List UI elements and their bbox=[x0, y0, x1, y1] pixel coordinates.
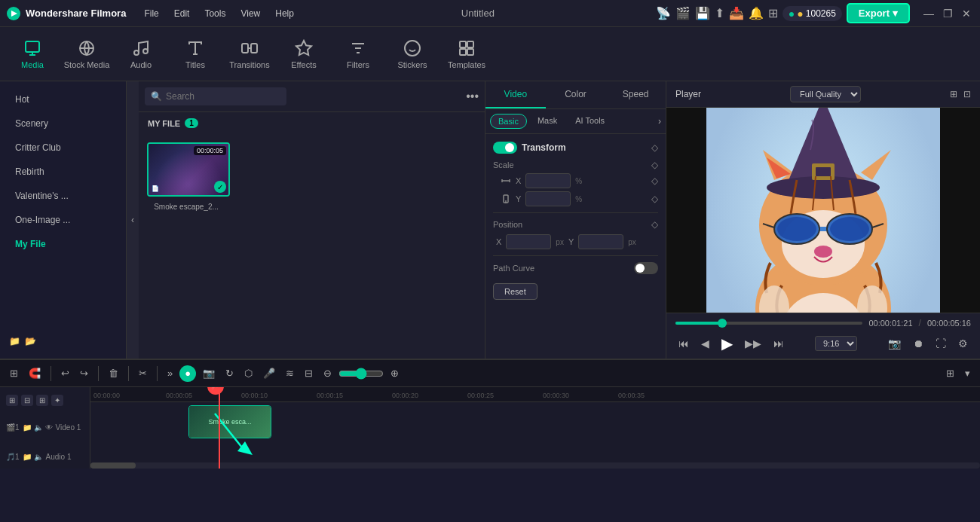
zoom-out-icon[interactable]: ⊖ bbox=[320, 365, 335, 381]
tool-transitions[interactable]: Transitions bbox=[223, 30, 276, 78]
toolbar-icon-5[interactable]: 📥 bbox=[729, 6, 744, 20]
position-x-input[interactable]: 0.00 bbox=[506, 234, 551, 249]
video-eye-icon[interactable]: 👁 bbox=[45, 423, 53, 432]
tab-speed[interactable]: Speed bbox=[605, 81, 666, 108]
delete-button[interactable]: 🗑 bbox=[105, 365, 122, 381]
menu-help[interactable]: Help bbox=[269, 7, 300, 20]
play-button[interactable]: ▶ bbox=[718, 333, 736, 354]
sidebar-item-critter-club[interactable]: Critter Club bbox=[3, 136, 123, 159]
loop-icon[interactable]: ↻ bbox=[222, 365, 237, 381]
progress-bar[interactable] bbox=[675, 322, 862, 325]
settings-icon[interactable]: ⚙ bbox=[955, 336, 971, 351]
scrollbar-thumb[interactable] bbox=[90, 462, 136, 469]
record-icon[interactable]: ⏺ bbox=[910, 336, 926, 351]
sidebar-item-my-file[interactable]: My File bbox=[3, 233, 123, 255]
zoom-in-icon[interactable]: ⊕ bbox=[387, 365, 403, 381]
timeline-settings-icon[interactable]: ⊞ bbox=[942, 365, 958, 381]
tool-stock-media[interactable]: Stock Media bbox=[60, 30, 113, 78]
media-thumb[interactable]: 📄 00:00:05 ✓ bbox=[147, 142, 230, 197]
scale-y-input[interactable]: 100.00 bbox=[525, 191, 571, 206]
skip-to-start-button[interactable]: ⏮ bbox=[675, 336, 692, 351]
sub-tab-mask[interactable]: Mask bbox=[530, 114, 565, 129]
sidebar-item-rebirth[interactable]: Rebirth bbox=[3, 160, 123, 183]
sub-tab-more-arrow[interactable]: › bbox=[658, 114, 661, 129]
transform-toggle[interactable] bbox=[493, 142, 517, 154]
toolbar-icon-3[interactable]: 💾 bbox=[695, 6, 710, 20]
audio-sync-icon[interactable]: ≋ bbox=[282, 365, 298, 381]
audio-add-icon[interactable]: 📁 bbox=[23, 453, 32, 461]
sidebar-item-valentines[interactable]: Valentine's ... bbox=[3, 185, 123, 207]
tab-color[interactable]: Color bbox=[546, 81, 606, 108]
toolbar-icon-1[interactable]: 📡 bbox=[656, 6, 671, 20]
add-track-icon[interactable]: ⊞ bbox=[6, 395, 18, 406]
scale-y-diamond[interactable]: ◇ bbox=[651, 194, 658, 204]
tab-video[interactable]: Video bbox=[485, 81, 546, 108]
aspect-ratio-select[interactable]: 9:16 bbox=[815, 336, 857, 351]
path-curve-toggle[interactable] bbox=[634, 262, 658, 274]
video-add-icon[interactable]: 📁 bbox=[23, 423, 32, 432]
toolbar-icon-6[interactable]: 🔔 bbox=[749, 6, 764, 20]
sidebar-toggle[interactable]: ‹ bbox=[127, 81, 139, 359]
tool-stickers[interactable]: Stickers bbox=[386, 30, 439, 78]
tool-templates[interactable]: Templates bbox=[440, 30, 493, 78]
fullscreen-icon[interactable]: ⊡ bbox=[963, 89, 971, 99]
menu-tools[interactable]: Tools bbox=[198, 7, 231, 20]
menu-view[interactable]: View bbox=[234, 7, 266, 20]
step-forward-button[interactable]: ▶▶ bbox=[742, 336, 764, 351]
scale-x-input[interactable]: 100.00 bbox=[525, 173, 571, 188]
ai-icon[interactable]: ✦ bbox=[51, 395, 63, 406]
toolbar-icon-7[interactable]: ⊞ bbox=[768, 6, 778, 20]
video-volume-icon[interactable]: 🔈 bbox=[34, 423, 43, 432]
fullscreen-preview-icon[interactable]: ⛶ bbox=[933, 336, 949, 351]
mask-icon[interactable]: ⬡ bbox=[240, 365, 256, 381]
group-icon[interactable]: ⊞ bbox=[36, 395, 48, 406]
skip-to-end-button[interactable]: ⏭ bbox=[770, 336, 787, 351]
layout-icon[interactable]: ⊞ bbox=[6, 365, 22, 381]
media-item[interactable]: 📄 00:00:05 ✓ Smoke escape_2... bbox=[145, 140, 232, 211]
step-back-button[interactable]: ◀ bbox=[698, 336, 712, 351]
scale-diamond[interactable]: ◇ bbox=[651, 160, 658, 170]
split-button[interactable]: ✂ bbox=[135, 365, 151, 381]
audio-volume-icon[interactable]: 🔈 bbox=[34, 453, 43, 461]
reset-button[interactable]: Reset bbox=[493, 283, 537, 300]
sidebar-item-scenery[interactable]: Scenery bbox=[3, 112, 123, 135]
sidebar-item-one-image[interactable]: One-Image ... bbox=[3, 209, 123, 231]
transform-diamond[interactable]: ◇ bbox=[651, 142, 658, 153]
grid-view-icon[interactable]: ⊞ bbox=[950, 89, 957, 99]
new-folder-icon[interactable]: 📂 bbox=[25, 336, 36, 346]
camera-icon[interactable]: 📷 bbox=[199, 365, 219, 381]
mic-icon[interactable]: 🎤 bbox=[259, 365, 279, 381]
tool-audio[interactable]: Audio bbox=[115, 30, 167, 78]
timeline-tracks[interactable]: 00:00:00 00:00:05 00:00:10 00:00:15 00:0… bbox=[90, 387, 980, 469]
more-options-icon[interactable]: ▾ bbox=[961, 365, 974, 381]
sidebar-item-hot[interactable]: Hot bbox=[3, 88, 123, 111]
undo-button[interactable]: ↩ bbox=[57, 365, 73, 381]
menu-edit[interactable]: Edit bbox=[168, 7, 196, 20]
toolbar-icon-4[interactable]: ⬆ bbox=[715, 6, 724, 20]
position-diamond[interactable]: ◇ bbox=[651, 219, 658, 230]
redo-button[interactable]: ↪ bbox=[76, 365, 92, 381]
position-y-input[interactable]: 0.00 bbox=[578, 234, 623, 249]
maximize-button[interactable]: ❐ bbox=[940, 6, 956, 21]
media-more-icon[interactable]: ••• bbox=[466, 90, 479, 103]
timeline-scrollbar[interactable] bbox=[90, 462, 980, 469]
quality-select[interactable]: Full Quality bbox=[790, 86, 861, 102]
magnetic-snap-icon[interactable]: 🧲 bbox=[25, 365, 44, 381]
minimize-button[interactable]: — bbox=[920, 6, 937, 21]
snapshot-icon[interactable]: 📷 bbox=[885, 336, 904, 351]
search-input[interactable] bbox=[145, 87, 286, 105]
zoom-slider[interactable] bbox=[338, 368, 384, 380]
sub-tab-basic[interactable]: Basic bbox=[490, 114, 527, 129]
scale-x-diamond[interactable]: ◇ bbox=[651, 176, 658, 186]
export-button[interactable]: Export ▾ bbox=[847, 3, 910, 23]
menu-file[interactable]: File bbox=[138, 7, 164, 20]
sub-tab-ai-tools[interactable]: AI Tools bbox=[568, 114, 612, 129]
more-tools-button[interactable]: » bbox=[164, 365, 176, 381]
add-folder-icon[interactable]: 📁 bbox=[9, 336, 20, 346]
copy-icon[interactable]: ⊟ bbox=[21, 395, 33, 406]
toolbar-icon-2[interactable]: 🎬 bbox=[675, 6, 691, 20]
tool-filters[interactable]: Filters bbox=[332, 30, 384, 78]
clip-split-icon[interactable]: ⊟ bbox=[301, 365, 317, 381]
tool-effects[interactable]: Effects bbox=[277, 30, 330, 78]
close-button[interactable]: ✕ bbox=[959, 6, 974, 21]
